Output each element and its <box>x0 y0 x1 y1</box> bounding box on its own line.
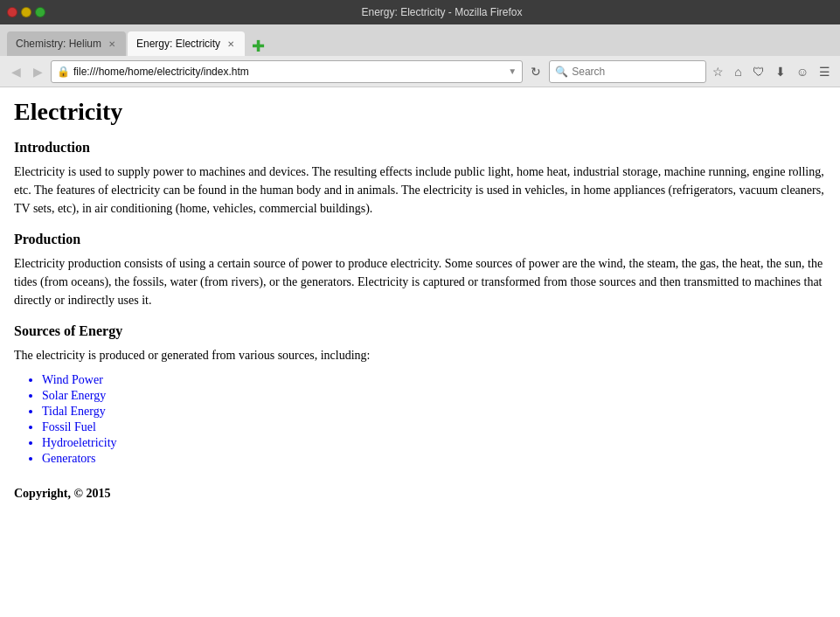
section-body-introduction: Electricity is used to supply power to m… <box>14 163 826 218</box>
address-input[interactable] <box>73 66 504 78</box>
user-icon[interactable]: ☺ <box>794 63 811 80</box>
address-bar[interactable]: 🔒 ▼ <box>51 60 523 83</box>
window-title: Energy: Electricity - Mozilla Firefox <box>51 6 833 18</box>
section-intro-sources: The electricity is produced or generated… <box>14 346 826 364</box>
minimize-button[interactable] <box>21 7 31 17</box>
window-controls <box>7 7 45 17</box>
lock-icon: 🔒 <box>57 66 70 78</box>
close-button[interactable] <box>7 7 17 17</box>
tab-chemistry[interactable]: Chemistry: Helium ✕ <box>7 31 126 56</box>
list-item[interactable]: Wind Power <box>42 373 826 387</box>
section-heading-introduction: Introduction <box>14 140 826 156</box>
maximize-button[interactable] <box>35 7 45 17</box>
dropdown-arrow-icon[interactable]: ▼ <box>508 66 517 76</box>
tab-chemistry-label: Chemistry: Helium <box>16 38 101 50</box>
page-content: Electricity Introduction Electricity is … <box>0 87 840 617</box>
home-icon[interactable]: ⌂ <box>732 63 744 80</box>
shield-icon[interactable]: 🛡 <box>750 63 767 80</box>
copyright-text: Copyright, © 2015 <box>14 487 826 501</box>
section-body-production: Electricity production consists of using… <box>14 254 826 309</box>
menu-icon[interactable]: ☰ <box>816 63 833 80</box>
list-item[interactable]: Tidal Energy <box>42 405 826 419</box>
tab-chemistry-close[interactable]: ✕ <box>107 38 117 50</box>
list-item[interactable]: Solar Energy <box>42 389 826 403</box>
download-icon[interactable]: ⬇ <box>773 63 788 80</box>
search-bar[interactable]: 🔍 <box>549 60 706 83</box>
bookmark-star-icon[interactable]: ☆ <box>710 63 726 80</box>
back-button[interactable]: ◀ <box>7 63 25 80</box>
tab-electricity[interactable]: Energy: Electricity ✕ <box>128 31 245 56</box>
list-item[interactable]: Generators <box>42 452 826 466</box>
forward-button[interactable]: ▶ <box>29 63 47 80</box>
section-heading-production: Production <box>14 232 826 247</box>
tab-bar: Chemistry: Helium ✕ Energy: Electricity … <box>0 24 840 56</box>
page-title: Electricity <box>14 98 826 126</box>
title-bar: Energy: Electricity - Mozilla Firefox <box>0 0 840 24</box>
tab-electricity-label: Energy: Electricity <box>136 38 220 50</box>
sources-list: Wind PowerSolar EnergyTidal EnergyFossil… <box>42 373 826 466</box>
new-tab-button[interactable]: ✚ <box>246 38 270 54</box>
refresh-button[interactable]: ↻ <box>526 63 545 80</box>
list-item[interactable]: Fossil Fuel <box>42 420 826 434</box>
section-heading-sources: Sources of Energy <box>14 323 826 339</box>
search-icon: 🔍 <box>555 66 568 78</box>
search-input[interactable] <box>572 66 700 78</box>
toolbar-icons: ☆ ⌂ 🛡 ⬇ ☺ ☰ <box>710 63 833 80</box>
list-item[interactable]: Hydroeletricity <box>42 436 826 450</box>
tab-electricity-close[interactable]: ✕ <box>226 38 236 50</box>
nav-bar: ◀ ▶ 🔒 ▼ ↻ 🔍 ☆ ⌂ 🛡 ⬇ ☺ ☰ <box>0 56 840 87</box>
